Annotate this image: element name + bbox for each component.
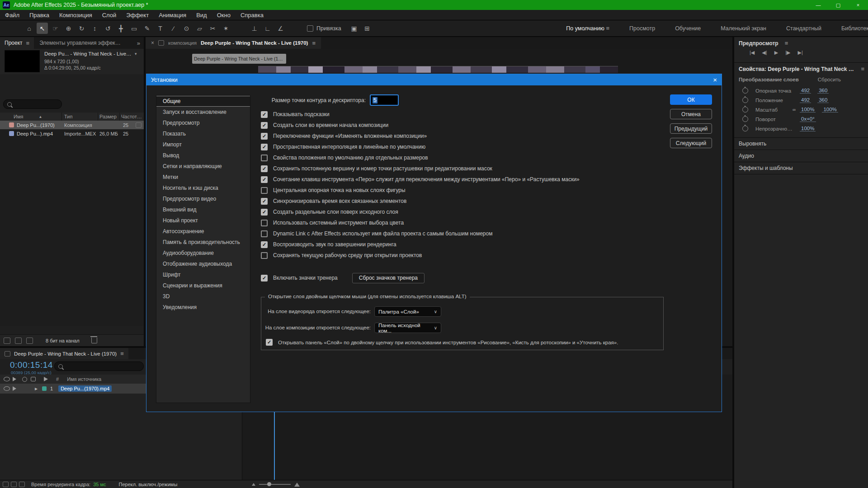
section-выровнять[interactable]: Выровнять (734, 137, 868, 149)
pref-category-автосохранение[interactable]: Автосохранение (156, 226, 250, 237)
home-icon[interactable]: ⌂ (24, 23, 35, 34)
hand-tool-icon[interactable]: ☞ (50, 23, 61, 34)
coach-marks-checkbox[interactable]: ✓ (261, 275, 268, 282)
menu-окно[interactable]: Окно (212, 10, 236, 20)
pref-option-checkbox[interactable]: ✓ (261, 133, 268, 140)
pref-option-checkbox[interactable]: ✓ (261, 241, 268, 248)
pref-option-checkbox[interactable] (261, 252, 268, 259)
pref-category-предпросмотр[interactable]: Предпросмотр (156, 117, 250, 128)
pen-tool-icon[interactable]: ✎ (142, 23, 153, 34)
footage-layer-open-select[interactable]: Палитра «Слой» ∨ (374, 306, 441, 317)
menu-вид[interactable]: Вид (191, 10, 212, 20)
frame-blend-icon[interactable] (19, 482, 25, 487)
snap-grid-icon[interactable]: ⊞ (362, 23, 373, 34)
draft-3d-icon[interactable] (11, 482, 17, 487)
pref-category-уведомления[interactable]: Уведомления (156, 302, 250, 313)
open-layer-panel-checkbox[interactable]: ✓ (266, 339, 273, 346)
solo-column-icon[interactable] (22, 377, 27, 382)
rectangle-tool-icon[interactable]: ▭ (128, 23, 140, 34)
clone-stamp-tool-icon[interactable]: ⊙ (181, 23, 192, 34)
source-name-column-label[interactable]: Имя источника (67, 376, 101, 382)
property-value[interactable]: 360 (817, 97, 829, 103)
transform-reset-button[interactable]: Сбросить (818, 77, 841, 82)
section-эффекты-и-шаблоны[interactable]: Эффекты и шаблоны (734, 162, 868, 174)
anchor-point-tool-icon[interactable]: ╋ (115, 23, 127, 34)
sort-asc-icon[interactable]: ▲ (23, 115, 42, 119)
reset-coach-marks-button[interactable]: Сброс значков тренера (352, 273, 425, 283)
go-to-start-icon[interactable]: |◀ (750, 50, 755, 56)
transform-group-label[interactable]: Преобразование слоев (739, 77, 799, 82)
tab-close-icon[interactable]: × (151, 40, 154, 46)
tab-composition[interactable]: × композиция Deep Purple - Wring That Ne… (146, 37, 321, 49)
column-size[interactable]: Размер (99, 114, 117, 119)
eye-column-icon[interactable] (4, 377, 10, 381)
timeline-search-input[interactable] (54, 361, 144, 371)
section-аудио[interactable]: Аудио (734, 150, 868, 161)
column-name[interactable]: Имя (0, 114, 23, 119)
pref-category-импорт[interactable]: Импорт (156, 139, 250, 150)
pref-option-checkbox[interactable]: ✓ (261, 198, 268, 205)
comp-layer-open-select[interactable]: Панель исходной ком... ∨ (374, 323, 441, 333)
property-value[interactable]: 492 (800, 88, 811, 94)
new-composition-icon[interactable] (26, 338, 33, 344)
toggle-switches-modes-button[interactable]: Перекл. выключ./режимы (119, 482, 178, 487)
menu-файл[interactable]: Файл (0, 10, 24, 20)
zoom-tool-icon[interactable]: ⊕ (63, 23, 74, 34)
pref-option-checkbox[interactable]: ✓ (261, 165, 268, 172)
pan-camera-tool-icon[interactable]: ↕ (89, 23, 100, 34)
layer-audio-icon[interactable] (13, 386, 19, 391)
zoom-slider[interactable] (259, 484, 291, 485)
footage-title-dropdown-icon[interactable]: ▾ (135, 52, 137, 56)
property-value[interactable]: 100% (800, 126, 816, 131)
panel-menu-icon[interactable]: ≡ (312, 40, 316, 47)
project-row[interactable]: Deep Pu...).mp4Importe...MEX26,0 МБ25 (0, 129, 144, 138)
workspace-по-умолчанию[interactable]: По умолчанию ≡ (556, 25, 619, 32)
column-type[interactable]: Тип (64, 114, 72, 119)
pref-option-checkbox[interactable]: ✓ (261, 111, 268, 118)
workspace-маленький-экран[interactable]: Маленький экран (711, 25, 776, 32)
zoom-in-icon[interactable] (294, 483, 300, 487)
property-value[interactable]: 492 (800, 97, 811, 103)
project-search-input[interactable] (3, 99, 62, 109)
snap-checkbox[interactable] (307, 25, 313, 32)
panel-menu-icon[interactable]: ≡ (785, 40, 788, 47)
project-row[interactable]: Deep Pu...(1970)Композиция25 (0, 121, 144, 129)
workspace-menu-icon[interactable]: ≡ (604, 25, 609, 32)
pref-category-новый-проект[interactable]: Новый проект (156, 215, 250, 226)
roto-brush-tool-icon[interactable]: ✂ (207, 23, 218, 34)
snap-options-icon[interactable]: ▣ (349, 23, 360, 34)
view-axis-icon[interactable]: ∠ (275, 23, 286, 34)
minimize-icon[interactable]: — (808, 0, 828, 10)
pref-option-checkbox[interactable] (261, 220, 268, 226)
pref-category-запуск-и-восстановление[interactable]: Запуск и восстановление (156, 107, 250, 117)
menu-анимация[interactable]: Анимация (154, 10, 191, 20)
link-icon[interactable]: ∞ (793, 107, 800, 112)
go-to-end-icon[interactable]: ▶| (797, 50, 802, 56)
pref-category-шрифт[interactable]: Шрифт (156, 269, 250, 280)
stopwatch-icon[interactable] (742, 88, 748, 94)
tab-timeline[interactable]: Deep Purple - Wring That Neck - Live (19… (0, 348, 128, 359)
pref-category-отображение-аудиовыхода[interactable]: Отображение аудиовыхода (156, 258, 250, 269)
pref-option-checkbox[interactable] (261, 187, 268, 194)
pref-option-checkbox[interactable]: ✓ (261, 209, 268, 216)
timecode-display[interactable]: 0:00:15:14 (10, 360, 53, 370)
eraser-tool-icon[interactable]: ▱ (194, 23, 205, 34)
workspace-просмотр[interactable]: Просмотр (619, 25, 665, 32)
orbit-camera-tool-icon[interactable]: ↻ (76, 23, 87, 34)
stopwatch-icon[interactable] (742, 116, 748, 122)
pref-category-носитель-и-кэш-диска[interactable]: Носитель и кэш диска (156, 183, 250, 193)
pref-category-показать[interactable]: Показать (156, 128, 250, 139)
menu-композиция[interactable]: Композиция (54, 10, 97, 20)
cancel-button[interactable]: Отмена (670, 109, 712, 119)
comp-navigator-chip[interactable]: Deep Purple - Wring That Neck - Live (19… (192, 54, 286, 64)
interpret-footage-icon[interactable] (4, 338, 10, 344)
local-axis-icon[interactable]: ⊥ (249, 23, 260, 34)
stopwatch-icon[interactable] (742, 126, 748, 131)
property-value[interactable]: 100% (822, 107, 838, 113)
layer-eye-icon[interactable] (4, 386, 10, 391)
panel-menu-icon[interactable]: ≡ (26, 40, 30, 47)
tab-project[interactable]: Проект ≡ (0, 37, 34, 49)
pref-category-внешний-вид[interactable]: Внешний вид (156, 204, 250, 215)
world-axis-icon[interactable]: ∟ (262, 23, 273, 34)
pref-category-сетки-и-направляющие[interactable]: Сетки и направляющие (156, 161, 250, 172)
